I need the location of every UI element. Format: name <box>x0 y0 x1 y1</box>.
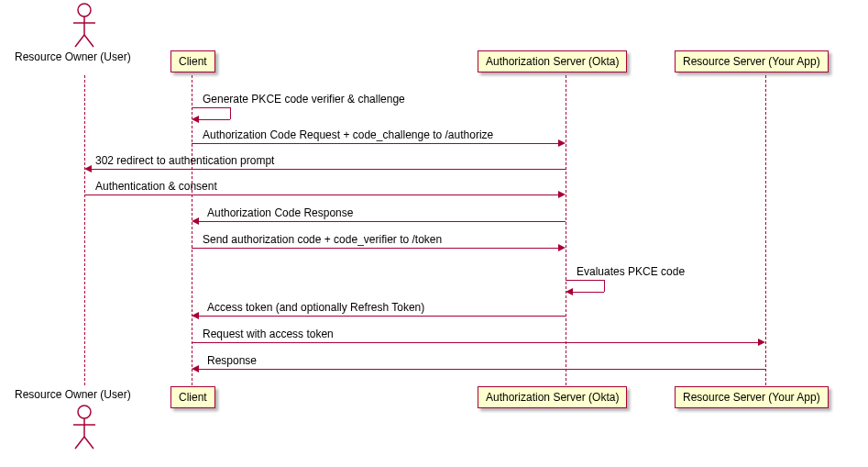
msg-9-arrow <box>758 339 765 346</box>
resource-label-bottom: Resource Server (Your App) <box>683 391 820 404</box>
svg-line-4 <box>84 35 93 47</box>
svg-line-8 <box>75 437 84 449</box>
svg-line-3 <box>75 35 84 47</box>
lifeline-resource <box>765 75 766 385</box>
svg-point-0 <box>78 4 91 17</box>
msg-9-line <box>192 342 758 343</box>
client-box-bottom: Client <box>170 386 215 408</box>
msg-4-line <box>84 195 558 195</box>
client-label-bottom: Client <box>179 391 207 404</box>
msg-1-label: Generate PKCE code verifier & challenge <box>203 93 405 106</box>
msg-1-seg1 <box>192 107 230 108</box>
msg-8-arrow <box>192 312 199 319</box>
authz-box-top: Authorization Server (Okta) <box>478 50 627 72</box>
msg-7-seg1 <box>566 280 604 281</box>
authz-label-bottom: Authorization Server (Okta) <box>486 391 619 404</box>
svg-line-9 <box>84 437 93 449</box>
svg-point-5 <box>78 406 91 418</box>
msg-2-label: Authorization Code Request + code_challe… <box>203 128 493 141</box>
msg-7-arrow <box>566 288 573 295</box>
msg-7-label: Evaluates PKCE code <box>577 265 685 278</box>
resource-label-top: Resource Server (Your App) <box>683 55 820 68</box>
lifeline-user <box>84 75 85 385</box>
msg-5-arrow <box>192 217 199 225</box>
msg-6-label: Send authorization code + code_verifier … <box>203 233 442 246</box>
msg-3-line <box>92 169 566 170</box>
lifeline-authz <box>566 75 566 385</box>
msg-1-seg2 <box>230 107 231 119</box>
msg-4-arrow <box>558 191 566 198</box>
resource-box-top: Resource Server (Your App) <box>675 50 829 72</box>
msg-1-arrow <box>192 116 199 123</box>
msg-3-arrow <box>84 165 92 172</box>
msg-10-arrow <box>192 365 199 372</box>
msg-7-seg2 <box>604 280 605 292</box>
client-box-top: Client <box>170 50 215 72</box>
msg-3-label: 302 redirect to authentication prompt <box>95 154 274 167</box>
msg-5-line <box>199 221 566 222</box>
msg-9-label: Request with access token <box>203 328 334 340</box>
user-label-top: Resource Owner (User) <box>15 50 131 63</box>
authz-box-bottom: Authorization Server (Okta) <box>478 386 627 408</box>
user-actor-bottom <box>71 405 98 450</box>
authz-label-top: Authorization Server (Okta) <box>486 55 619 68</box>
user-actor-top <box>71 3 98 49</box>
msg-4-label: Authentication & consent <box>95 180 217 193</box>
resource-box-bottom: Resource Server (Your App) <box>675 386 829 408</box>
msg-1-seg3 <box>199 119 230 120</box>
msg-8-label: Access token (and optionally Refresh Tok… <box>207 301 424 314</box>
msg-8-line <box>199 316 566 317</box>
user-label-bottom: Resource Owner (User) <box>15 388 131 401</box>
msg-2-arrow <box>558 139 566 147</box>
client-label-top: Client <box>179 55 207 68</box>
msg-2-line <box>192 143 558 144</box>
msg-6-arrow <box>558 244 566 251</box>
msg-5-label: Authorization Code Response <box>207 206 353 219</box>
msg-6-line <box>192 248 558 249</box>
msg-10-label: Response <box>207 354 257 367</box>
msg-10-line <box>199 369 765 370</box>
msg-7-seg3 <box>573 292 604 293</box>
